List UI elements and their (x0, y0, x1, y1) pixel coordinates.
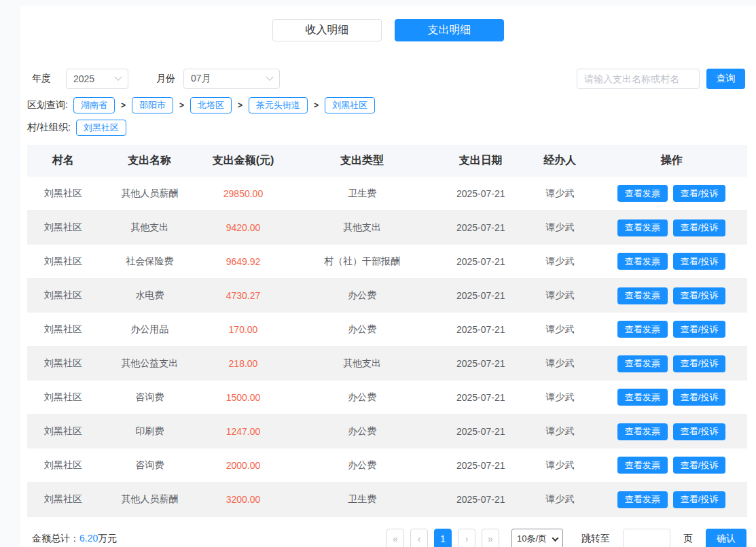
confirm-button[interactable]: 确认 (706, 529, 746, 547)
chevron-down-icon (114, 73, 122, 81)
header-village: 村名 (27, 154, 99, 168)
view-invoice-button[interactable]: 查看发票 (617, 355, 668, 372)
month-select[interactable]: 07月 (183, 69, 280, 89)
breadcrumb-item-button[interactable]: 邵阳市 (132, 97, 173, 113)
cell-expense-type: 其他支出 (287, 222, 438, 234)
table-row: 刘黑社区水电费4730.27办公费2025-07-21谭少武查看发票查看/投诉 (27, 279, 747, 313)
breadcrumb-separator: > (314, 101, 319, 110)
tab-expense[interactable]: 支出明细 (395, 19, 504, 41)
cell-village: 刘黑社区 (27, 222, 99, 234)
cell-date: 2025-07-21 (437, 392, 524, 403)
view-complaint-button[interactable]: 查看/投诉 (673, 423, 726, 440)
cell-expense-name: 其他人员薪酬 (99, 188, 200, 200)
view-invoice-button[interactable]: 查看发票 (617, 253, 668, 270)
header-date: 支出日期 (437, 154, 524, 168)
cell-expense-type: 卫生费 (287, 188, 438, 200)
cell-amount: 170.00 (200, 324, 286, 335)
view-complaint-button[interactable]: 查看/投诉 (673, 185, 726, 202)
breadcrumb-separator: > (179, 101, 184, 110)
caret-down-icon (552, 535, 559, 542)
cell-date: 2025-07-21 (437, 290, 524, 301)
table-row: 刘黑社区其他人员薪酬29850.00卫生费2025-07-21谭少武查看发票查看… (27, 177, 747, 211)
table-row: 刘黑社区其他公益支出218.00其他支出2025-07-21谭少武查看发票查看/… (27, 347, 747, 381)
org-item-button[interactable]: 刘黑社区 (76, 120, 126, 136)
cell-actions: 查看发票查看/投诉 (596, 491, 747, 508)
region-query-label: 区划查询: (27, 99, 68, 111)
breadcrumb-item-button[interactable]: 茶元头街道 (249, 97, 308, 113)
cell-operator: 谭少武 (524, 391, 596, 404)
search-button[interactable]: 查询 (706, 69, 745, 89)
breadcrumb-item-button[interactable]: 湖南省 (73, 97, 115, 113)
tab-income[interactable]: 收入明细 (272, 19, 382, 41)
total-value: 6.20 (79, 533, 98, 544)
cell-operator: 谭少武 (524, 222, 596, 234)
cell-amount: 4730.27 (200, 290, 286, 301)
detail-tabs: 收入明细 支出明细 (20, 5, 756, 41)
cell-actions: 查看发票查看/投诉 (596, 253, 747, 270)
view-complaint-button[interactable]: 查看/投诉 (673, 355, 726, 372)
cell-operator: 谭少武 (524, 459, 596, 472)
cell-expense-name: 水电费 (99, 289, 200, 302)
view-invoice-button[interactable]: 查看发票 (617, 423, 668, 440)
cell-amount: 1247.00 (200, 426, 286, 437)
page-size-select[interactable]: 10条/页 (511, 529, 563, 547)
view-complaint-button[interactable]: 查看/投诉 (673, 287, 726, 304)
cell-operator: 谭少武 (524, 425, 596, 438)
view-invoice-button[interactable]: 查看发票 (617, 185, 668, 202)
pagination-prev-button[interactable]: ‹ (410, 529, 428, 547)
view-complaint-button[interactable]: 查看/投诉 (673, 491, 726, 508)
cell-village: 刘黑社区 (27, 289, 99, 302)
cell-amount: 1500.00 (200, 392, 286, 403)
view-invoice-button[interactable]: 查看发票 (617, 457, 668, 474)
cell-actions: 查看发票查看/投诉 (596, 321, 747, 338)
cell-expense-type: 村（社）干部报酬 (287, 255, 438, 268)
cell-expense-name: 咨询费 (99, 459, 200, 472)
view-complaint-button[interactable]: 查看/投诉 (673, 321, 726, 338)
jump-page-input[interactable] (623, 529, 670, 547)
breadcrumb-item-button[interactable]: 北塔区 (190, 97, 232, 113)
table-body: 刘黑社区其他人员薪酬29850.00卫生费2025-07-21谭少武查看发票查看… (27, 177, 747, 516)
table-row: 刘黑社区咨询费2000.00办公费2025-07-21谭少武查看发票查看/投诉 (27, 448, 747, 482)
pagination-last-button[interactable]: » (482, 529, 499, 547)
pagination-first-button[interactable]: « (386, 529, 404, 547)
view-invoice-button[interactable]: 查看发票 (617, 389, 668, 406)
total-unit: 万元 (98, 533, 117, 544)
view-complaint-button[interactable]: 查看/投诉 (673, 219, 726, 236)
cell-amount: 3200.00 (200, 494, 286, 505)
view-invoice-button[interactable]: 查看发票 (617, 287, 668, 304)
total-label: 金额总计： (32, 533, 79, 544)
cell-operator: 谭少武 (524, 188, 596, 200)
cell-date: 2025-07-21 (437, 324, 524, 335)
view-complaint-button[interactable]: 查看/投诉 (673, 253, 726, 270)
year-select[interactable]: 2025 (66, 69, 128, 89)
cell-date: 2025-07-21 (437, 494, 524, 505)
cell-village: 刘黑社区 (27, 391, 99, 404)
table-row: 刘黑社区印刷费1247.00办公费2025-07-21谭少武查看发票查看/投诉 (27, 414, 747, 448)
cell-actions: 查看发票查看/投诉 (596, 457, 747, 474)
content-card: 收入明细 支出明细 年度 2025 月份 07月 查询 区划查询: 湖南省>邵阳… (20, 5, 756, 547)
view-invoice-button[interactable]: 查看发票 (617, 321, 668, 338)
cell-amount: 9420.00 (200, 222, 286, 233)
cell-expense-type: 办公费 (287, 323, 438, 336)
cell-expense-type: 办公费 (287, 459, 438, 472)
search-input[interactable] (577, 69, 700, 89)
view-invoice-button[interactable]: 查看发票 (617, 219, 668, 236)
cell-village: 刘黑社区 (27, 493, 99, 506)
view-invoice-button[interactable]: 查看发票 (617, 491, 668, 508)
cell-date: 2025-07-21 (437, 222, 524, 233)
breadcrumb-item-button[interactable]: 刘黑社区 (325, 97, 375, 113)
pagination-page-1[interactable]: 1 (434, 529, 452, 547)
view-complaint-button[interactable]: 查看/投诉 (673, 457, 726, 474)
cell-operator: 谭少武 (524, 255, 596, 268)
cell-village: 刘黑社区 (27, 425, 99, 438)
cell-actions: 查看发票查看/投诉 (596, 389, 747, 406)
cell-village: 刘黑社区 (27, 323, 99, 336)
cell-date: 2025-07-21 (437, 188, 524, 199)
pagination-next-button[interactable]: › (458, 529, 475, 547)
year-value: 2025 (73, 73, 94, 84)
view-complaint-button[interactable]: 查看/投诉 (673, 389, 726, 406)
cell-village: 刘黑社区 (27, 459, 99, 472)
cell-expense-type: 其他支出 (287, 357, 438, 370)
cell-operator: 谭少武 (524, 357, 596, 370)
jump-label: 跳转至 (581, 533, 610, 545)
